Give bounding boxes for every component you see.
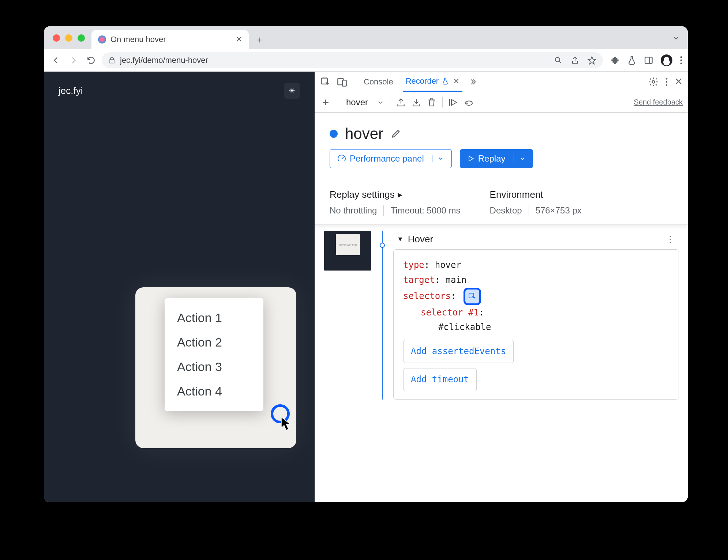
export-icon[interactable] [396,98,406,107]
forward-button[interactable] [67,53,80,67]
menu-item-3[interactable]: Action 3 [165,355,263,379]
replay-loop-icon[interactable] [465,98,476,107]
edit-title-icon[interactable] [391,129,401,139]
play-icon [467,155,474,162]
window-controls [53,34,85,42]
recording-select[interactable]: hover [343,97,371,107]
performance-panel-button[interactable]: Performance panel [330,149,452,168]
add-timeout-button[interactable]: Add timeout [403,368,477,391]
url-text: jec.fyi/demo/menu-hover [120,56,549,65]
svg-point-3 [680,59,682,61]
menu-item-2[interactable]: Action 2 [165,330,263,355]
svg-rect-1 [645,57,652,63]
step-menu-icon[interactable]: ⋮ [666,234,675,245]
svg-point-4 [680,63,682,64]
zoom-icon[interactable] [554,56,563,65]
cursor-icon [280,416,293,431]
element-picker-button[interactable] [464,288,481,305]
step-name: Hover [408,234,433,245]
tabs-menu-icon[interactable] [672,34,680,42]
environment-settings[interactable]: Environment Desktop 576×753 px [490,189,582,216]
step-hover: ▼ Hover ⋮ type: hover target: main selec… [393,231,679,400]
delete-icon[interactable] [427,98,436,107]
add-recording-icon[interactable]: ＋ [320,95,331,110]
step-play-icon[interactable] [449,98,459,107]
recording-header: hover [315,113,688,149]
close-panel-icon[interactable]: ✕ [453,77,459,86]
bookmark-icon[interactable] [588,56,596,65]
replay-button[interactable]: Replay [460,149,533,168]
menu-item-4[interactable]: Action 4 [165,379,263,404]
step-toggle[interactable]: ▼ Hover [397,234,433,245]
site-brand[interactable]: jec.fyi [59,85,83,97]
kebab-icon[interactable] [665,77,668,87]
timeout-value: Timeout: 5000 ms [383,205,460,216]
chevron-down-icon[interactable] [377,99,384,106]
selector-value[interactable]: #clickable [438,322,491,332]
devtools-panel: Console Recorder ✕ ✕ ＋ hover [315,72,688,502]
beaker-icon [442,77,449,85]
svg-rect-7 [342,80,346,86]
reload-button[interactable] [84,53,98,67]
device-icon[interactable] [337,77,347,87]
tab-title: On menu hover [110,35,231,44]
maximize-window-icon[interactable] [78,34,85,42]
svg-point-11 [666,84,668,86]
recording-title: hover [345,125,383,143]
steps-area: Hover over this! ▼ Hover ⋮ [315,225,688,405]
svg-point-9 [666,77,668,79]
device-value: Desktop [490,205,522,216]
caret-down-icon[interactable] [514,155,526,162]
more-tabs-icon[interactable] [469,78,477,86]
caret-down-icon: ▼ [397,235,404,243]
step-details: type: hover target: main selectors: sele… [393,249,679,400]
caret-down-icon[interactable] [432,155,444,162]
timeline-node-icon [380,243,385,248]
hover-menu: Action 1 Action 2 Action 3 Action 4 [165,298,263,411]
sidepanel-icon[interactable] [644,56,653,65]
chevron-right-icon: ▸ [398,189,402,200]
address-bar[interactable]: jec.fyi/demo/menu-hover [102,52,603,68]
tab-strip: On menu hover ✕ ＋ [44,26,688,49]
tab-console[interactable]: Console [361,72,396,92]
share-icon[interactable] [571,56,579,65]
timeline [378,231,387,400]
tab-recorder[interactable]: Recorder ✕ [403,72,462,92]
add-asserted-events-button[interactable]: Add assertedEvents [403,340,514,363]
lock-icon [108,57,116,64]
close-devtools-icon[interactable]: ✕ [675,76,683,87]
close-window-icon[interactable] [53,34,60,42]
extensions-icon[interactable] [610,56,620,65]
omnibox-actions [554,56,596,65]
gauge-icon [337,154,346,163]
svg-point-10 [666,81,668,83]
extension-icons [607,54,683,66]
recorder-toolbar: ＋ hover Send feedback [315,92,688,113]
menu-item-1[interactable]: Action 1 [165,306,263,330]
action-buttons: Performance panel Replay [315,149,688,180]
import-icon[interactable] [412,98,421,107]
send-feedback-link[interactable]: Send feedback [634,98,683,106]
browser-window: On menu hover ✕ ＋ jec.fyi/demo/menu-hove… [44,26,688,502]
replay-settings[interactable]: Replay settings▸ No throttling Timeout: … [330,189,461,216]
browser-tab[interactable]: On menu hover ✕ [91,30,249,49]
content-split: jec.fyi ☀ H e! Action 1 Action 2 Action … [44,72,688,502]
close-tab-icon[interactable]: ✕ [236,35,242,44]
settings-summary: Replay settings▸ No throttling Timeout: … [315,180,688,225]
settings-icon[interactable] [648,77,658,87]
menu-icon[interactable] [680,56,683,65]
labs-icon[interactable] [627,56,637,65]
step-thumbnail[interactable]: Hover over this! [324,231,371,271]
favicon-icon [98,35,106,43]
inspect-icon[interactable] [320,77,330,87]
new-tab-button[interactable]: ＋ [252,32,267,47]
prop-target-value[interactable]: main [446,275,467,285]
prop-type-value[interactable]: hover [435,260,461,270]
recording-status-icon [330,130,338,138]
profile-avatar[interactable] [661,54,672,66]
minimize-window-icon[interactable] [65,34,72,42]
throttling-value: No throttling [330,205,377,216]
theme-toggle-button[interactable]: ☀ [284,83,300,99]
back-button[interactable] [49,53,63,67]
webpage: jec.fyi ☀ H e! Action 1 Action 2 Action … [44,72,315,502]
